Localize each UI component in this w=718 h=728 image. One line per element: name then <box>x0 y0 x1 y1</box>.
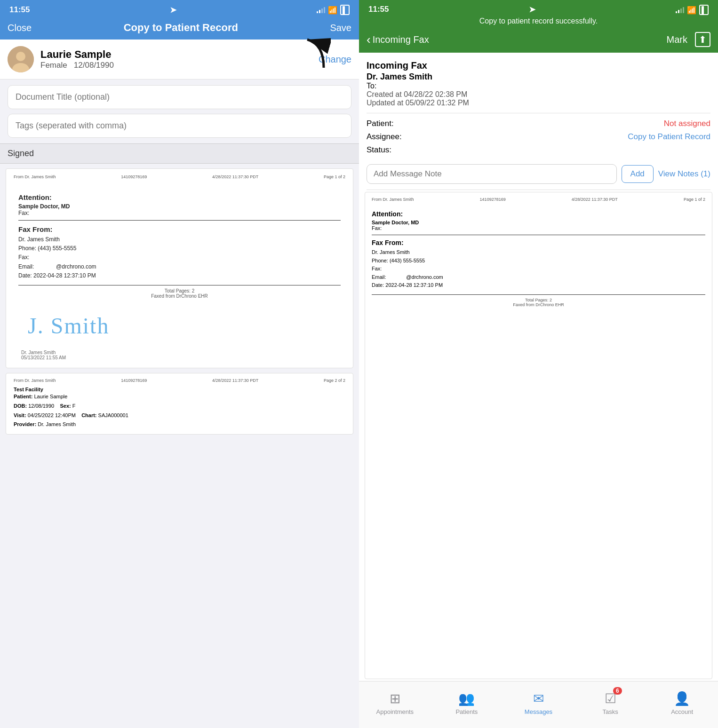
back-chevron-icon: ‹ <box>367 32 371 47</box>
fax-from-details: Dr. James Smith Phone: (443) 555-5555 Fa… <box>18 235 341 280</box>
right-nav-actions: Mark ⬆ <box>667 32 710 47</box>
copy-to-patient-record-link[interactable]: Copy to Patient Record <box>628 132 710 142</box>
fax-footer: Total Pages: 2 Faxed from DrChrono EHR <box>18 285 341 299</box>
tab-messages[interactable]: ✉ Messages <box>519 691 557 715</box>
fax-document-page2: From Dr. James Smith 14109278169 4/28/20… <box>6 373 353 435</box>
mark-button[interactable]: Mark <box>667 34 687 45</box>
message-note-input[interactable] <box>367 164 617 184</box>
right-fax-body: Attention: Sample Doctor, MD Fax: Fax Fr… <box>372 210 705 307</box>
left-time: 11:55 <box>9 5 30 15</box>
page2-fields: Patient: Laurie Sample DOB: 12/08/1990 S… <box>14 392 345 429</box>
close-button[interactable]: Close <box>8 23 32 33</box>
messages-icon: ✉ <box>533 691 544 706</box>
view-notes-link[interactable]: View Notes (1) <box>658 169 710 179</box>
tab-account[interactable]: 👤 Account <box>663 691 701 715</box>
fax-details-section: Incoming Fax Dr. James Smith To: Created… <box>359 53 718 113</box>
patients-label: Patients <box>455 708 478 715</box>
fax-body: Attention: Sample Doctor, MD Fax: Fax Fr… <box>14 189 345 303</box>
right-location-icon: ➤ <box>529 5 535 15</box>
messages-label: Messages <box>525 708 552 715</box>
battery-icon: ▌ <box>340 5 350 15</box>
fax-to: To: <box>367 82 710 90</box>
divider-2 <box>367 190 710 190</box>
patient-info: Laurie Sample Female 12/08/1990 <box>40 48 114 70</box>
wifi-icon: 📶 <box>328 6 337 15</box>
fax-updated-at: Updated at 05/09/22 01:32 PM <box>367 99 710 107</box>
back-title: Incoming Fax <box>373 34 429 45</box>
account-icon: 👤 <box>674 691 690 706</box>
right-time: 11:55 <box>368 5 389 14</box>
fax-created-at: Created at 04/28/22 02:38 PM <box>367 90 710 99</box>
right-fax-from-details: Dr. James Smith Phone: (443) 555-5555 Fa… <box>372 248 705 290</box>
signed-section-header: Signed <box>0 143 359 164</box>
signature-area: J. Smith <box>14 303 345 348</box>
assignee-label: Assignee: <box>367 132 402 142</box>
tasks-label: Tasks <box>602 708 618 715</box>
tab-bar: ⊞ Appointments 👥 Patients ✉ Messages ☑ 6… <box>359 681 718 728</box>
export-button[interactable]: ⬆ <box>695 32 710 47</box>
tab-appointments[interactable]: ⊞ Appointments <box>376 691 414 715</box>
fax-title: Incoming Fax <box>367 60 710 71</box>
left-panel: 11:55 ➤ 📶 ▌ Close Copy to Patient Record… <box>0 0 359 728</box>
left-nav-title: Copy to Patient Record <box>124 22 238 34</box>
patient-name: Laurie Sample <box>40 48 114 61</box>
tab-tasks[interactable]: ☑ 6 Tasks <box>591 691 629 715</box>
patient-meta-row: Patient: Not assigned <box>367 119 710 128</box>
fax-doctor: Dr. James Smith <box>367 72 710 82</box>
page2-body: Test Facility <box>14 387 345 392</box>
tab-patients[interactable]: 👥 Patients <box>448 691 486 715</box>
signal-icon <box>317 7 325 13</box>
right-wifi-icon: 📶 <box>687 6 696 15</box>
tasks-badge: 6 <box>613 687 622 695</box>
back-button[interactable]: ‹ Incoming Fax <box>367 32 429 47</box>
patient-avatar <box>8 46 34 72</box>
arrow-hint <box>298 35 331 74</box>
right-status-icons: 📶 ▌ <box>676 5 709 15</box>
message-note-row: Add View Notes (1) <box>359 160 718 190</box>
left-scroll[interactable]: From Dr. James Smith 14109278169 4/28/20… <box>0 164 359 728</box>
right-fax-document: From Dr. James Smith 14109278169 4/28/20… <box>365 192 712 679</box>
right-fax-header: From Dr. James Smith 14109278169 4/28/20… <box>372 197 705 202</box>
status-label: Status: <box>367 145 391 155</box>
patients-icon: 👥 <box>458 691 475 706</box>
svg-point-2 <box>16 52 25 61</box>
document-title-input[interactable] <box>8 85 351 109</box>
fax-meta-section: Patient: Not assigned Assignee: Copy to … <box>359 113 718 160</box>
fax-doc-header: From Dr. James Smith 14109278169 4/28/20… <box>14 174 345 179</box>
account-label: Account <box>671 708 693 715</box>
assignee-meta-row: Assignee: Copy to Patient Record <box>367 132 710 142</box>
arrow-icon <box>298 35 331 72</box>
document-inputs <box>0 79 359 143</box>
patient-details: Female 12/08/1990 <box>40 61 114 70</box>
signed-by: Dr. James Smith 05/13/2022 11:55 AM <box>14 348 345 362</box>
right-nav-bar: ‹ Incoming Fax Mark ⬆ <box>359 29 718 53</box>
page2-header: From Dr. James Smith 14109278169 4/28/20… <box>14 378 345 383</box>
add-note-button[interactable]: Add <box>622 165 654 183</box>
status-meta-row: Status: <box>367 145 710 155</box>
right-fax-footer: Total Pages: 2 Faxed from DrChrono EHR <box>372 294 705 307</box>
appointments-icon: ⊞ <box>390 691 400 706</box>
patient-not-assigned: Not assigned <box>664 119 710 128</box>
right-signal-icon <box>676 7 684 13</box>
tags-input[interactable] <box>8 114 351 138</box>
left-location-icon: ➤ <box>170 5 176 15</box>
export-icon: ⬆ <box>699 34 707 45</box>
left-status-bar: 11:55 ➤ 📶 ▌ <box>0 0 359 18</box>
appointments-label: Appointments <box>376 708 414 715</box>
tasks-icon: ☑ 6 <box>605 691 616 706</box>
success-banner: Copy to patient record successfully. <box>359 15 718 29</box>
right-panel: 11:55 ➤ 📶 ▌ Copy to patient record succe… <box>359 0 718 728</box>
right-battery-icon: ▌ <box>699 5 709 15</box>
patient-label: Patient: <box>367 119 394 128</box>
fax-document-page1: From Dr. James Smith 14109278169 4/28/20… <box>6 168 353 368</box>
left-status-icons: 📶 ▌ <box>317 5 350 15</box>
save-button[interactable]: Save <box>330 23 351 33</box>
right-status-bar: 11:55 ➤ 📶 ▌ <box>359 0 718 15</box>
